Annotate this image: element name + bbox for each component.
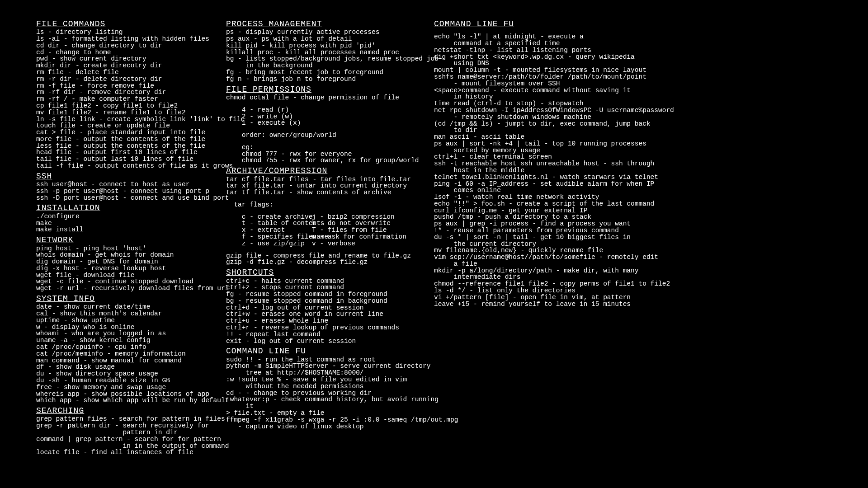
text-line: uptime - show uptime [36, 317, 208, 324]
text-line: cd - - change to previous working dir [226, 390, 416, 397]
text-line: killall proc - kill all processes named … [226, 49, 416, 56]
tar-flags-col-a: c - create archive t - table of contents… [226, 214, 312, 247]
column-1: FILE COMMANDS ls - directory listing ls … [36, 18, 208, 457]
text-line: kill pid - kill process with pid 'pid' [226, 42, 416, 49]
text-line: ctrl+l - clear terminal screen [434, 154, 651, 160]
text-line: tail -f file - output contents of file a… [36, 163, 208, 169]
text-line: grep pattern files - search for pattern … [36, 416, 208, 422]
text-line: ssh -D port user@host - connect and use … [36, 195, 208, 202]
heading-shortcuts: SHORTCUTS [226, 268, 416, 277]
heading-installation: INSTALLATION [36, 204, 208, 212]
text-line: cd dir - change directory to dir [36, 42, 208, 49]
text-line: ps aux - ps with a lot of detail [226, 36, 416, 42]
heading-system-info: SYSTEM INFO [36, 295, 208, 303]
section-installation: INSTALLATION ./configure make make insta… [36, 202, 208, 233]
text-line: dig -x host - reverse lookup host [36, 265, 208, 272]
text-line: !whatever:p - check command history, but… [226, 396, 416, 410]
section-file-permissions: FILE PERMISSIONS chmod octal file - chan… [226, 84, 416, 164]
text-line: ctrl+c - halts current command [226, 278, 416, 285]
text-line: which app - show which app will be run b… [36, 397, 208, 404]
text-line: mv filename.{old,new} - quickly rename f… [434, 247, 651, 254]
text-line: rm -rf / - make computer faster [36, 96, 208, 103]
text-line: rm file - delete file [36, 69, 208, 76]
heading-file-commands: FILE COMMANDS [36, 20, 208, 28]
permission-bits: 4 - read (r) 2 - write (w) 1 - execute (… [226, 107, 416, 127]
text-line: echo "ls -l" | at midnight - execute a c… [434, 33, 651, 47]
text-line: make [36, 220, 208, 227]
text-line: whois domain - get whois for domain [36, 252, 208, 258]
text-line: ln -s file link - create symbolic link '… [36, 116, 208, 123]
text-line: ps aux | grep -i process - find a proces… [434, 221, 651, 227]
text-line: ctrl+w - erases one word in current line [226, 311, 416, 318]
text-line: man command - show manual for command [36, 357, 208, 364]
section-ssh: SSH ssh user@host - connect to host as u… [36, 170, 208, 202]
text-line: chmod octal file - change permission of … [226, 94, 416, 101]
text-line: uname -a - show kernel config [36, 337, 208, 344]
text-line: sshfs name@server:/path/to/folder /path/… [434, 74, 651, 87]
text-line: gzip -d file.gz - decompress file.gz [226, 259, 416, 266]
text-line: df - show disk usage [36, 364, 208, 371]
text-line: telnet towel.blinkenlights.nl - watch st… [434, 174, 651, 181]
text-line: mv file1 file2 - rename file1 to file2 [36, 109, 208, 116]
heading-searching: SEARCHING [36, 407, 208, 415]
text-line: gzip file - compress file and rename to … [226, 253, 416, 259]
text-line: whereis app - show possible locations of… [36, 391, 208, 398]
permission-example: eg: chmod 777 - rwx for everyone chmod 7… [226, 144, 416, 164]
text-line: ping host - ping host 'host' [36, 245, 208, 252]
text-line: tar tf file.tar - show contents of archi… [226, 189, 416, 196]
section-archive-compression: ARCHIVE/COMPRESSION tar cf file.tar file… [226, 165, 416, 266]
text-line: leave +15 - remind yourself to leave in … [434, 301, 651, 308]
text-line: pushd /tmp - push a directory to a stack [434, 214, 651, 221]
text-line: chmod --reference file1 file2 - copy per… [434, 281, 651, 287]
column-2: PROCESS MANAGEMENT ps - display currentl… [226, 18, 416, 457]
text-line: wget file - download file [36, 272, 208, 279]
cheat-sheet: FILE COMMANDS ls - directory listing ls … [0, 0, 868, 475]
tar-flags-col-b: j - bzip2 compression k - do not overwri… [312, 214, 406, 247]
text-line: ps aux | sort -nk +4 | tail - top 10 run… [434, 141, 651, 154]
text-line: cp file1 file2 - copy file1 to file2 [36, 103, 208, 109]
text-line: ls -al - formatted listing with hidden f… [36, 36, 208, 42]
text-line: rm -r dir - delete directory dir [36, 76, 208, 83]
text-line: pwd - show current directory [36, 56, 208, 62]
text-line: python -m SimpleHTTPServer - serve curre… [226, 363, 416, 376]
text-line: grep -r pattern dir - search recursively… [36, 422, 208, 436]
text-line: rm -rf dir - remove directory dir [36, 89, 208, 96]
heading-command-line-fu: COMMAND LINE FU [226, 347, 416, 355]
text-line: man ascii - ascii table [434, 134, 651, 141]
text-line: ssh -p port user@host - connect using po… [36, 188, 208, 195]
text-line: :w !sudo tee % - save a file you edited … [226, 376, 416, 390]
text-line: date - show current date/time [36, 304, 208, 310]
text-line: !* - reuse all parameters from previous … [434, 227, 651, 234]
heading-ssh: SSH [36, 172, 208, 180]
tar-flags-label: tar flags: [226, 202, 416, 208]
text-line: fg n - brings job n to foreground [226, 76, 416, 83]
text-line: rm -f file - force remove file [36, 83, 208, 89]
text-line: bg - resume stopped command in backgroun… [226, 298, 416, 305]
section-command-line-fu-a: COMMAND LINE FU sudo !! - run the last c… [226, 345, 416, 430]
text-line: cat /proc/meminfo - memory information [36, 351, 208, 357]
text-line: touch file - create or update file [36, 122, 208, 129]
section-process-management: PROCESS MANAGEMENT ps - display currentl… [226, 18, 416, 83]
section-file-commands: FILE COMMANDS ls - directory listing ls … [36, 18, 208, 169]
text-line: cal - show this month's calendar [36, 310, 208, 317]
text-line: whoami - who are you logged in as [36, 330, 208, 337]
text-line: head file - output first 10 lines of fil… [36, 149, 208, 156]
text-line: fg - resume stopped command in foregroun… [226, 291, 416, 298]
text-line: ping -i 60 -a IP_address - set audible a… [434, 181, 651, 194]
text-line: tail file - output last 10 lines of file [36, 156, 208, 163]
section-command-line-fu-b: COMMAND LINE FU echo "ls -l" | at midnig… [434, 18, 651, 307]
text-line: sudo !! - run the last command as root [226, 357, 416, 363]
text-line: less file - output the contents of the f… [36, 143, 208, 150]
heading-archive-compression: ARCHIVE/COMPRESSION [226, 167, 416, 175]
text-line: ls - directory listing [36, 29, 208, 36]
text-line: tar xf file.tar - untar into current dir… [226, 183, 416, 189]
text-line: locate file - find all instances of file [36, 449, 208, 456]
text-line: ssh -t reachable_host ssh unreachable_ho… [434, 160, 651, 174]
column-3: COMMAND LINE FU echo "ls -l" | at midnig… [434, 18, 651, 457]
heading-command-line-fu: COMMAND LINE FU [434, 20, 651, 28]
text-line: lsof -i - watch real time network activi… [434, 194, 651, 201]
text-line: netstat -tlnp - list all listening ports [434, 47, 651, 54]
text-line: dig domain - get DNS for domain [36, 258, 208, 265]
text-line: vim scp://username@host//path/to/somefil… [434, 254, 651, 267]
text-line: wget -c file - continue stopped download [36, 278, 208, 285]
